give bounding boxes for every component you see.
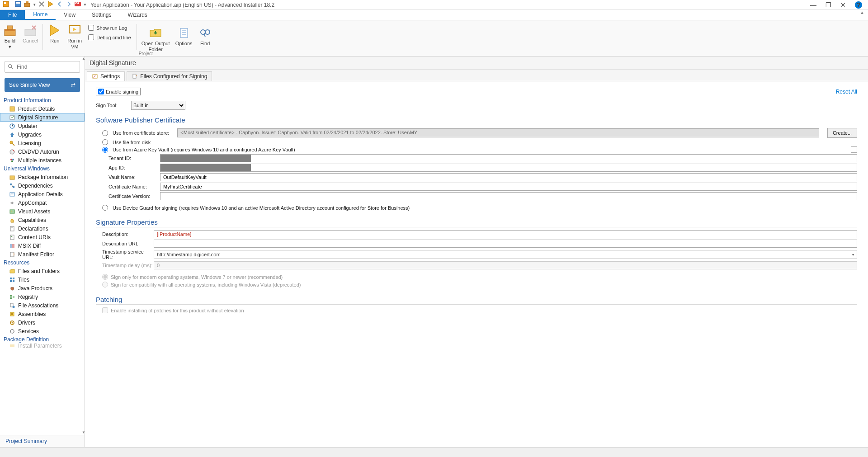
tab-settings[interactable]: Settings	[87, 71, 125, 81]
node-msix-diff[interactable]: MSIX Diff	[0, 241, 85, 250]
radio-cert-store[interactable]	[102, 130, 108, 136]
node-licensing[interactable]: Licensing	[0, 139, 85, 147]
run-button[interactable]: Run	[45, 22, 65, 45]
svg-rect-34	[10, 193, 14, 196]
node-assemblies[interactable]: Assemblies	[0, 310, 85, 318]
node-updater[interactable]: Updater	[0, 122, 85, 130]
node-declarations[interactable]: Declarations	[0, 224, 85, 233]
nav-tree: Product Information Product Details Digi…	[0, 94, 85, 435]
menu-file[interactable]: File	[0, 10, 25, 20]
radio-device-guard[interactable]	[102, 205, 108, 211]
enable-signing-checkbox[interactable]: Enable signing	[96, 88, 141, 95]
svg-rect-47	[13, 280, 14, 282]
azure-expand-box[interactable]	[851, 146, 857, 153]
description-input[interactable]	[154, 230, 857, 238]
notification-badge-icon[interactable]: 24	[74, 0, 81, 9]
node-manifest-editor[interactable]: Manifest Editor	[0, 250, 85, 259]
cancel-build-icon[interactable]	[38, 0, 45, 9]
svg-rect-58	[10, 344, 14, 347]
sign-tool-label: Sign Tool:	[96, 103, 118, 108]
run-in-vm-button[interactable]: Run in VM	[65, 22, 85, 51]
timestamp-url-combo[interactable]: http://timestamp.digicert.com▾	[154, 250, 857, 259]
node-services[interactable]: Services	[0, 327, 85, 335]
find-button[interactable]: Find	[195, 25, 215, 53]
radio-file-disk[interactable]	[102, 139, 108, 145]
open-output-button[interactable]: Open Output Folder	[139, 25, 173, 53]
menu-wizards[interactable]: Wizards	[120, 10, 156, 20]
timestamp-delay-input	[154, 261, 857, 269]
minimize-button[interactable]: —	[810, 1, 816, 9]
svg-rect-9	[7, 26, 13, 29]
back-icon[interactable]	[56, 0, 63, 9]
node-install-params[interactable]: Install Parameters	[0, 344, 85, 348]
section-resources: Resources	[0, 259, 85, 267]
menu-settings[interactable]: Settings	[84, 10, 119, 20]
search-input[interactable]	[5, 61, 80, 73]
create-cert-button[interactable]: Create...	[827, 128, 857, 138]
run-icon[interactable]	[47, 0, 54, 9]
maximize-button[interactable]: ❐	[826, 1, 831, 9]
svg-rect-12	[180, 28, 188, 38]
node-visual-assets[interactable]: Visual Assets	[0, 207, 85, 216]
build-icon[interactable]	[24, 0, 31, 9]
cert-version-input[interactable]	[160, 192, 857, 200]
node-appcompat[interactable]: AppCompat	[0, 198, 85, 207]
tenant-id-input[interactable]	[160, 154, 857, 162]
svg-rect-8	[5, 29, 15, 31]
radio-sign-modern	[102, 274, 108, 280]
options-button[interactable]: Options	[173, 25, 195, 53]
menu-view[interactable]: View	[56, 10, 84, 20]
svg-rect-5	[26, 1, 28, 3]
node-content-uris[interactable]: Content URIs	[0, 233, 85, 241]
close-button[interactable]: ✕	[840, 1, 846, 9]
cert-store-combo[interactable]: <Most suited certificate> - Caphyon. Iss…	[177, 128, 819, 137]
menu-home[interactable]: Home	[25, 10, 56, 20]
node-cd-autorun[interactable]: CD/DVD Autorun	[0, 147, 85, 156]
cancel-button[interactable]: Cancel	[20, 22, 41, 45]
help-button[interactable]: ?	[855, 1, 862, 9]
search-icon	[7, 63, 14, 71]
radio-cert-store-row: Use from certificate store: <Most suited…	[102, 128, 857, 138]
vault-name-input[interactable]	[160, 173, 857, 181]
node-upgrades[interactable]: Upgrades	[0, 130, 85, 139]
content-tabs: Settings Files Configured for Signing	[85, 70, 868, 81]
svg-rect-48	[10, 295, 12, 297]
forward-icon[interactable]	[65, 0, 72, 9]
show-run-log-checkbox[interactable]: Show run Log	[88, 25, 131, 31]
radio-azure[interactable]	[102, 147, 108, 153]
node-multiple-instances[interactable]: Multiple Instances	[0, 156, 85, 165]
description-url-input[interactable]	[154, 240, 857, 248]
node-tiles[interactable]: Tiles	[0, 275, 85, 284]
app-id-input[interactable]	[160, 164, 857, 172]
node-product-details[interactable]: Product Details	[0, 104, 85, 113]
debug-cmd-checkbox[interactable]: Debug cmd line	[88, 34, 131, 40]
ribbon-collapse-icon[interactable]: ▲	[860, 10, 864, 15]
node-dependencies[interactable]: Dependencies	[0, 181, 85, 190]
qat-more-icon[interactable]: ▼	[83, 3, 87, 7]
project-summary-button[interactable]: Project Summary	[0, 435, 85, 447]
simple-view-button[interactable]: See Simple View ⇄	[5, 78, 80, 92]
svg-point-57	[10, 330, 14, 333]
node-registry[interactable]: Registry	[0, 292, 85, 301]
node-app-details[interactable]: Application Details	[0, 190, 85, 198]
node-capabilities[interactable]: Capabilities	[0, 216, 85, 224]
build-button[interactable]: Build▾	[0, 22, 20, 51]
svg-point-19	[9, 65, 12, 68]
tab-files-configured[interactable]: Files Configured for Signing	[127, 71, 212, 81]
node-file-assoc[interactable]: File Associations	[0, 301, 85, 310]
node-java-products[interactable]: Java Products	[0, 284, 85, 292]
node-drivers[interactable]: Drivers	[0, 318, 85, 327]
node-files-folders[interactable]: Files and Folders	[0, 267, 85, 275]
node-digital-signature[interactable]: Digital Signature	[0, 113, 85, 122]
cert-name-label: Certificate Name:	[108, 184, 160, 189]
svg-line-18	[204, 34, 205, 37]
svg-rect-54	[11, 313, 13, 315]
save-icon[interactable]	[14, 0, 22, 9]
build-dropdown-icon[interactable]: ▼	[33, 3, 36, 7]
svg-rect-45	[13, 278, 14, 279]
sign-tool-select[interactable]: Built-in	[131, 101, 185, 110]
cert-name-input[interactable]	[160, 183, 857, 191]
reset-all-link[interactable]: Reset All	[836, 89, 857, 95]
node-package-info[interactable]: Package Information	[0, 173, 85, 181]
scroll-up-icon[interactable]: ▲	[82, 57, 85, 61]
